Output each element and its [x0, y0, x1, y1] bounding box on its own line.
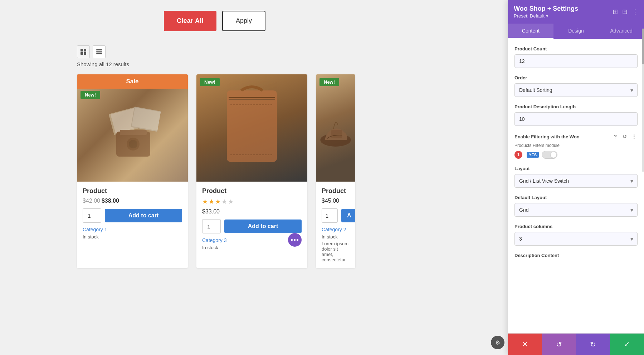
category-link-2[interactable]: Category 3: [202, 237, 226, 243]
svg-point-14: [129, 140, 137, 148]
filter-toggle-group: Enable Filtering with the Woo ? ↺ ⋮ Prod…: [514, 133, 638, 159]
product-card: Sale New!: [77, 74, 188, 268]
default-layout-label: Default Layout: [514, 195, 638, 200]
product-image-3: [316, 74, 355, 182]
panel-icon-grid[interactable]: ⊞: [613, 8, 618, 16]
category-link-1[interactable]: Category 1: [83, 227, 107, 232]
confirm-button[interactable]: ✓: [610, 334, 644, 355]
svg-rect-4: [96, 49, 102, 50]
product-image-2: [196, 74, 307, 182]
add-to-cart-button-1[interactable]: Add to cart: [105, 209, 182, 222]
tab-advanced[interactable]: Advanced: [599, 24, 644, 39]
help-icon[interactable]: ?: [612, 133, 619, 140]
layout-label: Layout: [514, 166, 638, 171]
order-group: Order Default Sorting: [514, 75, 638, 97]
quantity-input-1[interactable]: [83, 208, 101, 223]
add-to-cart-button-2[interactable]: Add to cart: [224, 220, 302, 233]
quantity-input-2[interactable]: [202, 219, 221, 233]
panel-header: Woo Shop + Settings Preset: Default ▾ ⊞ …: [508, 0, 644, 24]
panel-tabs: Content Design Advanced: [508, 24, 644, 39]
product-price-3: $45.00: [322, 198, 350, 204]
clear-all-button[interactable]: Clear All: [164, 11, 216, 31]
tab-content[interactable]: Content: [508, 24, 553, 39]
new-badge: New!: [80, 91, 100, 99]
more-options-button-2[interactable]: •••: [288, 233, 302, 247]
panel-actions: ✕ ↺ ↻ ✓: [508, 333, 644, 355]
product-card-3: New! Product $4: [316, 74, 355, 268]
svg-rect-5: [96, 51, 102, 53]
main-content: Clear All Apply Showing all 12 results: [0, 0, 644, 355]
product-columns-group: Product columns 3: [514, 224, 638, 246]
layout-group: Layout Grid / List View Switch: [514, 166, 638, 188]
apply-button[interactable]: Apply: [222, 11, 265, 31]
layout-select-wrapper: Grid / List View Switch: [514, 174, 638, 188]
filter-toggle-switch[interactable]: [542, 151, 557, 159]
scroll-thumb[interactable]: [642, 29, 644, 64]
product-columns-label: Product columns: [514, 224, 638, 229]
cancel-button[interactable]: ✕: [508, 334, 542, 355]
product-image-wrapper: Sale New!: [77, 74, 188, 182]
panel-preset[interactable]: Preset: Default ▾: [514, 13, 578, 19]
scroll-track: [642, 29, 644, 172]
reset-icon[interactable]: ↺: [621, 133, 628, 140]
svg-rect-21: [331, 130, 342, 138]
product-rating-2: ★★★★★: [202, 198, 302, 206]
in-stock-3: In stock: [322, 234, 350, 240]
svg-rect-2: [80, 52, 83, 55]
original-price: $42.00: [83, 198, 100, 204]
desc-length-input[interactable]: [514, 112, 638, 126]
product-info-2: Product ★★★★★ $33.00 Add to cart ••• Cat…: [196, 182, 307, 256]
svg-rect-6: [96, 53, 102, 54]
panel-body: Product Count Order Default Sorting Prod…: [508, 39, 644, 333]
filter-bar: Clear All Apply: [54, 0, 376, 42]
default-layout-select[interactable]: Grid: [514, 203, 638, 217]
product-info-3: Product $45.00 A Category 2 In stock Lor…: [316, 182, 355, 268]
product-name-2: Product: [202, 187, 302, 195]
add-to-cart-button-3[interactable]: A: [341, 209, 355, 222]
product-image-wrapper-3: New!: [316, 74, 355, 182]
default-layout-group: Default Layout Grid: [514, 195, 638, 217]
panel-header-icons: ⊞ ⊟ ⋮: [613, 8, 638, 16]
grid-view-button[interactable]: [77, 45, 90, 58]
undo-button[interactable]: ↺: [542, 334, 576, 355]
panel-icon-more[interactable]: ⋮: [632, 8, 638, 16]
cart-row-2: Add to cart: [202, 219, 302, 233]
product-name-3: Product: [322, 187, 350, 195]
new-badge-2: New!: [200, 78, 220, 86]
list-view-button[interactable]: [93, 45, 106, 58]
new-badge-3: New!: [319, 78, 339, 86]
svg-rect-1: [84, 49, 86, 51]
panel-title-group: Woo Shop + Settings Preset: Default ▾: [514, 5, 578, 19]
quantity-input-3[interactable]: [322, 208, 338, 223]
product-card-2: New!: [196, 74, 307, 268]
product-price: $42.00$38.00: [83, 198, 182, 204]
desc-length-group: Product Description Length: [514, 104, 638, 126]
product-image-1: [77, 74, 188, 182]
floating-help-button[interactable]: ⚙: [491, 336, 504, 349]
order-select[interactable]: Default Sorting: [514, 83, 638, 97]
filter-sublabel: Products Filters module: [514, 143, 638, 148]
tab-design[interactable]: Design: [553, 24, 599, 39]
svg-rect-15: [227, 90, 277, 162]
product-count-label: Product Count: [514, 46, 638, 51]
description-content-group: Description Content: [514, 253, 638, 258]
filter-toggle-label: Enable Filtering with the Woo ? ↺ ⋮: [514, 133, 638, 140]
panel-icon-columns[interactable]: ⊟: [622, 8, 628, 16]
redo-button[interactable]: ↻: [576, 334, 610, 355]
product-count-input[interactable]: [514, 54, 638, 68]
sale-banner: Sale: [77, 74, 188, 89]
category-link-3[interactable]: Category 2: [322, 227, 346, 232]
order-label: Order: [514, 75, 638, 80]
svg-rect-12: [120, 130, 147, 135]
product-columns-select[interactable]: 3: [514, 232, 638, 246]
description-content-label: Description Content: [514, 253, 638, 258]
cart-row: Add to cart: [83, 208, 182, 223]
product-name: Product: [83, 187, 182, 195]
product-description-3: Lorem ipsum dolor sit amet, consectetur: [322, 241, 350, 262]
more-icon[interactable]: ⋮: [630, 133, 638, 140]
filter-badge: 1: [514, 151, 522, 159]
layout-select[interactable]: Grid / List View Switch: [514, 174, 638, 188]
default-layout-select-wrapper: Grid: [514, 203, 638, 217]
cart-row-3: A: [322, 208, 350, 223]
sale-price: $38.00: [102, 198, 119, 204]
